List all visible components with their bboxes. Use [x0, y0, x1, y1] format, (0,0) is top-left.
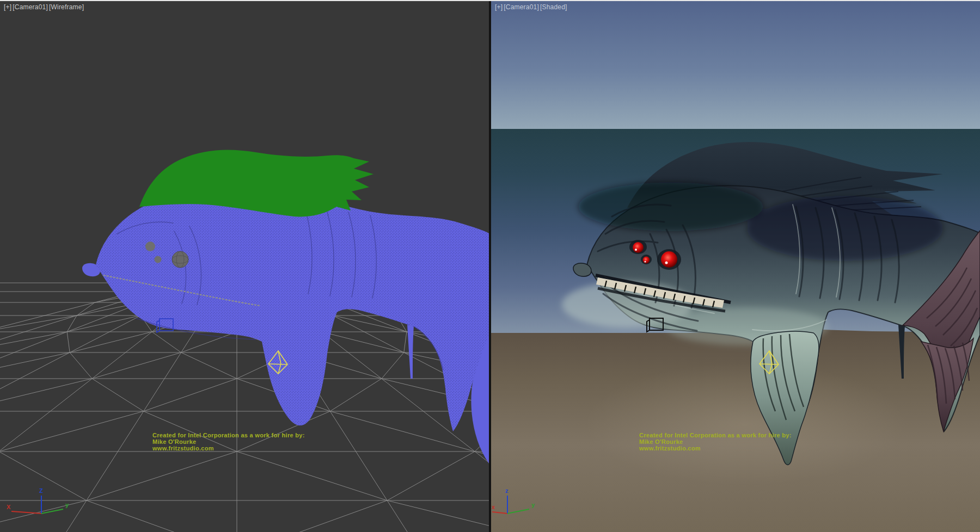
shaded-scene-canvas[interactable]: x z y: [491, 0, 980, 532]
watermark: Created for Intel Corporation as a work …: [639, 432, 792, 451]
fish-fin-spine: [407, 325, 414, 379]
watermark-line1: Created for Intel Corporation as a work …: [639, 432, 792, 438]
watermark-line2: Mike O'Rourke: [152, 438, 305, 445]
viewport-label: [+][Camera01][Shaded]: [495, 3, 568, 11]
axis-z-label: Z: [39, 487, 43, 494]
axis-tripod: x z y: [492, 487, 535, 514]
fish-fin-spine: [898, 325, 905, 379]
axis-x-label: X: [7, 504, 11, 510]
viewport-wireframe[interactable]: X Z y [+][Camera01][Wireframe] Created f…: [0, 0, 489, 532]
viewport-pov-menu[interactable]: [Camera01]: [13, 3, 48, 11]
watermark-line1: Created for Intel Corporation as a work …: [152, 432, 305, 438]
fish-eye-small-left: [145, 242, 155, 251]
viewport-shading-menu[interactable]: [Wireframe]: [49, 3, 84, 11]
fish-eye-large: [172, 251, 188, 268]
watermark-line2: Mike O'Rourke: [639, 438, 792, 445]
fish-model-shaded[interactable]: [562, 142, 980, 465]
viewport-shaded[interactable]: x z y [+][Camera01][Shaded] Created for …: [491, 0, 980, 532]
viewport-label: [+][Camera01][Wireframe]: [4, 3, 85, 11]
window-top-edge: [0, 0, 980, 1]
viewport-divider[interactable]: [489, 0, 491, 532]
axis-z-label: z: [505, 487, 509, 494]
viewport-general-menu[interactable]: [+]: [495, 3, 503, 11]
axis-y-label: y: [531, 502, 535, 508]
viewport-general-menu[interactable]: [+]: [4, 3, 11, 11]
fish-lip: [573, 263, 591, 276]
watermark-line3: www.fritzstudio.com: [639, 445, 792, 451]
axis-x-label: x: [492, 504, 495, 510]
watermark: Created for Intel Corporation as a work …: [152, 432, 305, 451]
fish-eye-left: [633, 242, 644, 253]
dual-viewport-stage: X Z y [+][Camera01][Wireframe] Created f…: [0, 0, 980, 532]
fish-eye-mid: [643, 257, 650, 264]
fish-model-wireframe[interactable]: [82, 150, 489, 463]
fish-eye-small-mid: [155, 256, 162, 263]
wireframe-scene-canvas[interactable]: X Z y: [0, 0, 489, 532]
axis-y-label: y: [65, 502, 69, 508]
watermark-line3: www.fritzstudio.com: [152, 445, 305, 451]
fish-eye-right: [661, 251, 677, 268]
viewport-pov-menu[interactable]: [Camera01]: [504, 3, 539, 11]
viewport-shading-menu[interactable]: [Shaded]: [540, 3, 567, 11]
fish-tail-fin-lower: [921, 338, 973, 431]
